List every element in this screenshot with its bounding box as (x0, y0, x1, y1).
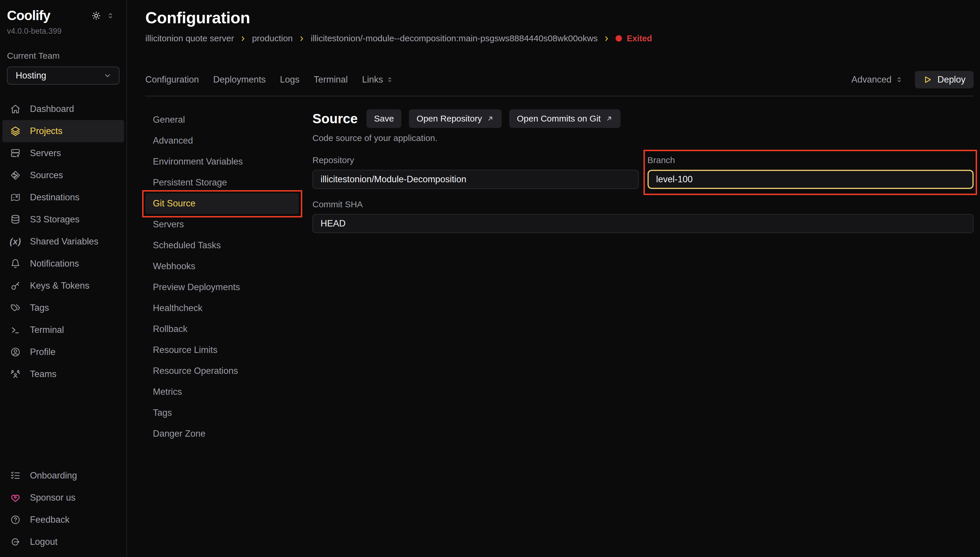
subnav-item-resource-limits[interactable]: Resource Limits (145, 340, 299, 360)
subnav-item-metrics[interactable]: Metrics (145, 381, 299, 402)
subnav-item-preview-deployments[interactable]: Preview Deployments (145, 277, 299, 298)
chevrons-up-down-icon (386, 76, 393, 83)
home-icon (10, 104, 21, 114)
subnav-item-persistent-storage[interactable]: Persistent Storage (145, 172, 299, 193)
variable-icon: (x) (10, 236, 21, 247)
subnav-item-rollback[interactable]: Rollback (145, 319, 299, 340)
subnav-item-git-source[interactable]: Git Source (145, 193, 299, 214)
advanced-menu[interactable]: Advanced (852, 75, 903, 85)
sidebar-item-s3-storages[interactable]: S3 Storages (2, 208, 124, 231)
repository-field-group: Repository (312, 155, 639, 189)
page-title: Configuration (145, 8, 973, 27)
tab-configuration[interactable]: Configuration (145, 75, 199, 85)
subnav-item-environment-variables[interactable]: Environment Variables (145, 151, 299, 172)
theme-chevrons-icon[interactable] (106, 11, 115, 20)
branch-input[interactable] (647, 170, 974, 189)
database-icon (10, 214, 21, 225)
subnav-item-healthcheck[interactable]: Healthcheck (145, 298, 299, 319)
external-link-icon (486, 115, 494, 122)
sidebar-item-profile[interactable]: Profile (2, 341, 124, 363)
server-icon (10, 148, 21, 158)
source-description: Code source of your application. (312, 133, 973, 143)
chevron-right-icon (239, 35, 247, 42)
deploy-button[interactable]: Deploy (915, 71, 974, 88)
terminal-icon (10, 325, 21, 335)
tab-deployments[interactable]: Deployments (213, 75, 266, 85)
subnav-item-scheduled-tasks[interactable]: Scheduled Tasks (145, 235, 299, 256)
chevron-down-icon (103, 71, 112, 80)
subnav-item-tags[interactable]: Tags (145, 402, 299, 423)
sidebar-item-onboarding[interactable]: Onboarding (2, 464, 124, 487)
subnav-item-webhooks[interactable]: Webhooks (145, 256, 299, 277)
sidebar-item-feedback[interactable]: Feedback (2, 509, 124, 531)
repository-label: Repository (312, 155, 639, 165)
key-icon (10, 280, 21, 291)
status-badge: Exited (616, 34, 652, 43)
git-source-icon (10, 170, 21, 181)
list-checks-icon (10, 471, 21, 481)
source-heading: Source (312, 111, 358, 127)
layers-icon (10, 126, 21, 136)
save-button[interactable]: Save (366, 109, 401, 128)
team-select[interactable]: Hosting (7, 67, 119, 85)
sidebar-item-terminal[interactable]: Terminal (2, 319, 124, 341)
logo-row: Coolify v4.0.0-beta.399 (0, 0, 127, 36)
sidebar-item-logout[interactable]: Logout (2, 531, 124, 553)
sidebar-item-tags[interactable]: Tags (2, 297, 124, 319)
sidebar-item-destinations[interactable]: Destinations (2, 186, 124, 208)
open-commits-button[interactable]: Open Commits on Git (509, 109, 620, 128)
open-repository-button[interactable]: Open Repository (409, 109, 502, 128)
sidebar-item-projects[interactable]: Projects (2, 120, 124, 142)
settings-subnav: General Advanced Environment Variables P… (145, 109, 312, 444)
branch-field-group: Branch (647, 155, 974, 189)
subnav-item-resource-operations[interactable]: Resource Operations (145, 360, 299, 381)
breadcrumb: illicitonion quote server production ill… (145, 33, 973, 43)
breadcrumb-environment[interactable]: production (252, 33, 293, 43)
tab-links[interactable]: Links (362, 75, 393, 85)
team-select-value: Hosting (16, 70, 46, 81)
main-content: Configuration illicitonion quote server … (128, 0, 980, 557)
commit-sha-label: Commit SHA (312, 199, 973, 209)
users-icon (10, 369, 21, 379)
sidebar-item-shared-variables[interactable]: (x) Shared Variables (2, 231, 124, 252)
breadcrumb-application[interactable]: illicitestonion/-module--decomposition:m… (311, 33, 598, 43)
tab-logs[interactable]: Logs (280, 75, 299, 85)
commit-sha-field-group: Commit SHA (312, 199, 973, 233)
user-circle-icon (10, 347, 21, 357)
heart-handshake-icon (10, 492, 21, 503)
branch-label: Branch (647, 155, 974, 165)
tab-terminal[interactable]: Terminal (314, 75, 348, 85)
help-circle-icon (10, 515, 21, 525)
bell-icon (10, 259, 21, 269)
sidebar-item-servers[interactable]: Servers (2, 142, 124, 164)
external-link-icon (605, 115, 613, 122)
sidebar-item-notifications[interactable]: Notifications (2, 252, 124, 275)
status-text: Exited (627, 34, 652, 43)
sidebar-item-sources[interactable]: Sources (2, 164, 124, 186)
subnav-item-advanced[interactable]: Advanced (145, 130, 299, 151)
sidebar-item-sponsor-us[interactable]: Sponsor us (2, 487, 124, 509)
repository-input[interactable] (312, 170, 639, 189)
status-dot-icon (616, 35, 622, 42)
sidebar-nav: Dashboard Projects Servers Sources (0, 98, 127, 385)
app-version: v4.0.0-beta.399 (7, 27, 62, 36)
sidebar-item-teams[interactable]: Teams (2, 363, 124, 385)
chevrons-up-down-icon (895, 76, 903, 84)
git-source-panel: Source Save Open Repository Open Commits… (312, 109, 973, 444)
play-icon (923, 75, 932, 84)
commit-sha-input[interactable] (312, 214, 973, 233)
logout-icon (10, 537, 21, 547)
breadcrumb-project[interactable]: illicitonion quote server (145, 33, 234, 43)
chevron-right-icon (298, 35, 306, 42)
tabs-divider (145, 96, 973, 96)
sidebar-item-dashboard[interactable]: Dashboard (2, 98, 124, 120)
sidebar-item-keys-tokens[interactable]: Keys & Tokens (2, 275, 124, 297)
subnav-item-general[interactable]: General (145, 109, 299, 130)
app-logo[interactable]: Coolify (7, 8, 62, 23)
theme-sun-icon[interactable] (91, 10, 101, 21)
subnav-item-danger-zone[interactable]: Danger Zone (145, 423, 299, 444)
tabs: Configuration Deployments Logs Terminal … (145, 75, 393, 85)
sidebar-footer-nav: Onboarding Sponsor us Feedback Logout (0, 464, 127, 553)
subnav-item-servers[interactable]: Servers (145, 214, 299, 235)
chevron-right-icon (603, 35, 610, 42)
